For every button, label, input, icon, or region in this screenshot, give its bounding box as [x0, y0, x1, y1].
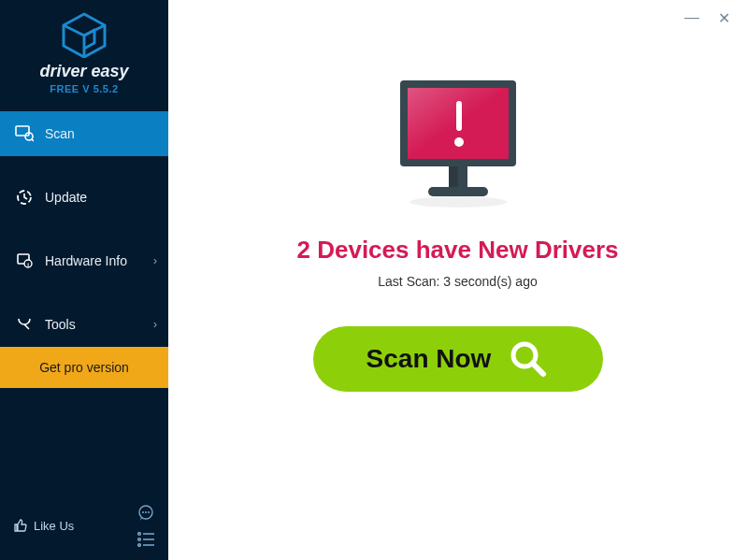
titlebar: — ✕	[668, 0, 747, 36]
tools-icon	[15, 315, 34, 334]
svg-point-16	[138, 544, 141, 547]
svg-point-14	[138, 538, 141, 541]
monitor-illustration	[383, 73, 533, 217]
search-icon	[508, 338, 549, 380]
logo-area: driver easy FREE V 5.5.2	[0, 0, 168, 102]
close-button[interactable]: ✕	[714, 7, 734, 29]
update-icon	[15, 188, 34, 207]
svg-point-12	[138, 533, 141, 536]
menu-icon[interactable]	[136, 532, 155, 547]
nav-item-tools[interactable]: Tools ›	[0, 302, 168, 347]
svg-point-26	[409, 196, 507, 208]
nav-item-hardware-info[interactable]: i Hardware Info ›	[0, 238, 168, 283]
sidebar: driver easy FREE V 5.5.2 Scan Update i	[0, 0, 168, 560]
svg-rect-21	[456, 101, 462, 131]
nav-label: Update	[45, 190, 87, 205]
svg-point-9	[142, 511, 144, 513]
hardware-info-icon: i	[15, 251, 34, 270]
sidebar-bottom: Like Us	[0, 495, 168, 560]
nav-item-update[interactable]: Update	[0, 175, 168, 220]
minimize-button[interactable]: —	[681, 7, 703, 29]
chevron-right-icon: ›	[153, 254, 157, 267]
nav: Scan Update i Hardware Info ›	[0, 111, 168, 347]
scan-now-button[interactable]: Scan Now	[313, 326, 603, 392]
brand-name: driver easy	[39, 62, 128, 81]
nav-label: Hardware Info	[45, 253, 127, 268]
svg-rect-24	[449, 166, 458, 187]
nav-label: Scan	[45, 126, 75, 141]
get-pro-button[interactable]: Get pro version	[0, 347, 168, 388]
like-us-button[interactable]: Like Us	[13, 518, 74, 533]
status-headline: 2 Devices have New Drivers	[297, 236, 619, 265]
chevron-right-icon: ›	[153, 318, 157, 331]
last-scan-text: Last Scan: 3 second(s) ago	[378, 274, 537, 289]
svg-rect-25	[428, 187, 488, 196]
scan-icon	[15, 124, 34, 143]
nav-item-scan[interactable]: Scan	[0, 111, 168, 156]
main-content: — ✕ 2 Devices have New Drivers Last Scan…	[168, 0, 747, 560]
version-label: FREE V 5.5.2	[50, 83, 118, 94]
feedback-icon[interactable]	[136, 504, 155, 523]
svg-point-22	[454, 137, 464, 147]
svg-line-3	[32, 139, 34, 141]
thumbs-up-icon	[13, 518, 28, 533]
svg-point-11	[148, 511, 150, 513]
svg-line-28	[533, 364, 543, 374]
like-us-label: Like Us	[34, 519, 74, 533]
scan-now-label: Scan Now	[366, 344, 492, 374]
logo-icon	[59, 11, 109, 58]
nav-label: Tools	[45, 317, 76, 332]
svg-point-10	[145, 511, 147, 513]
